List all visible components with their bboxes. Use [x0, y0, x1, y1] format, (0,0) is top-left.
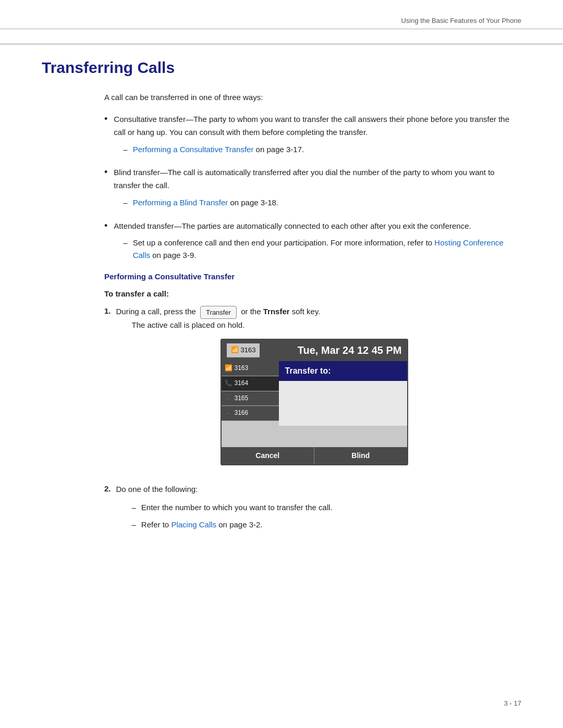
bullet-1-content: Consultative transfer—The party to whom …	[114, 115, 509, 137]
step2-refer-after: on page 3-2.	[216, 520, 262, 529]
phone-body: 📶 3163 📞 3164 📞 3165	[222, 361, 407, 447]
sub-dash-2: –	[123, 196, 127, 209]
sub-bullet-item-1: – Performing a Consultative Transfer on …	[123, 143, 521, 156]
placing-calls-link[interactable]: Placing Calls	[171, 520, 216, 529]
section-heading: Performing a Consultative Transfer	[104, 272, 521, 281]
phone-date: Tue, Mar 24 12 45 PM	[298, 342, 402, 359]
phone-line-1b: 📶 3163	[222, 361, 279, 376]
phone-right-panel: Transfer to:	[279, 361, 407, 447]
to-transfer-label: To transfer a call:	[104, 289, 521, 298]
phone-screen: 📶 3163 Tue, Mar 24 12 45 PM 📶	[221, 339, 408, 465]
step-2-text: Do one of the following: – Enter the num…	[116, 483, 521, 535]
phone-line-3: 📞 3165	[222, 391, 279, 406]
bullet-3-content: Attended transfer—The parties are automa…	[114, 221, 471, 230]
phone-transfer-panel: Transfer to:	[279, 361, 407, 381]
step-1: 1. During a call, press the Transfer or …	[104, 305, 521, 476]
step2-dash-1: –	[132, 501, 136, 514]
line-icon-1: 📶	[231, 345, 239, 355]
phone-lines-col: 📶 3163	[227, 343, 260, 357]
phone-bottom-bar: Cancel Blind	[222, 447, 407, 464]
page-number: 3 - 17	[504, 699, 521, 707]
line-number-1: 3163	[241, 344, 256, 355]
sub-text-3-plain: Set up a conference call and then end yo…	[133, 238, 435, 247]
transfer-button-image: Transfer	[200, 306, 237, 319]
trnsfer-bold: Trnsfer	[263, 307, 290, 316]
phone-line-2: 📞 3164	[222, 376, 279, 391]
blind-transfer-link[interactable]: Performing a Blind Transfer	[133, 198, 228, 207]
bullet-text-1: Consultative transfer—The party to whom …	[114, 113, 521, 159]
bullet-item-1: • Consultative transfer—The party to who…	[104, 113, 521, 159]
intro-text: A call can be transferred in one of thre…	[104, 91, 521, 104]
phone-line-1: 📶 3163	[227, 343, 260, 357]
step-2-list: – Enter the number to which you want to …	[132, 501, 521, 532]
phone-cancel-key[interactable]: Cancel	[222, 447, 315, 464]
step2-sub-2: – Refer to Placing Calls on page 3-2.	[132, 519, 521, 532]
phone-blind-key[interactable]: Blind	[314, 447, 407, 464]
bullet-text-3: Attended transfer—The parties are automa…	[114, 220, 521, 265]
sub-dash-1: –	[123, 143, 127, 156]
sub-bullet-3: – Set up a conference call and then end …	[123, 237, 521, 262]
step2-refer-before: Refer to	[141, 520, 172, 529]
step2-sub-text-1: Enter the number to which you want to tr…	[141, 501, 333, 514]
line4-icon: 📞	[225, 408, 232, 418]
bullet-text-2: Blind transfer—The call is automatically…	[114, 166, 521, 212]
phone-lines-list: 📶 3163 📞 3164 📞 3165	[222, 361, 279, 447]
step-2: 2. Do one of the following: – Enter the …	[104, 483, 521, 535]
bullet-item-2: • Blind transfer—The call is automatical…	[104, 166, 521, 212]
sub-text-3: Set up a conference call and then end yo…	[133, 237, 521, 262]
phone-top-bar: 📶 3163 Tue, Mar 24 12 45 PM	[222, 340, 407, 361]
page-header: Using the Basic Features of Your Phone	[0, 0, 563, 29]
bullet-dot-1: •	[104, 114, 107, 125]
bullet-dot-3: •	[104, 220, 107, 231]
bullet-dot-2: •	[104, 167, 107, 178]
bullet-item-3: • Attended transfer—The parties are auto…	[104, 220, 521, 265]
line1-icon: 📶	[225, 363, 232, 374]
main-bullet-list: • Consultative transfer—The party to who…	[104, 113, 521, 265]
on-hold-text: The active call is placed on hold.	[132, 319, 521, 331]
page-content: Transferring Calls A call can be transfe…	[0, 59, 563, 574]
phone-input-area	[279, 381, 407, 426]
sub-bullet-1: – Performing a Consultative Transfer on …	[123, 143, 521, 156]
separator	[0, 44, 563, 44]
phone-line-4: 📞 3166	[222, 406, 279, 421]
bullet-2-content: Blind transfer—The call is automatically…	[114, 168, 494, 190]
step2-sub-1: – Enter the number to which you want to …	[132, 501, 521, 514]
line3-icon: 📞	[225, 393, 232, 404]
sub-text-2: Performing a Blind Transfer on page 3-18…	[133, 196, 278, 209]
step-1-number: 1.	[104, 306, 111, 315]
line2-icon: 📞	[225, 378, 232, 389]
consultative-transfer-link[interactable]: Performing a Consultative Transfer	[133, 145, 254, 154]
step-2-content: Do one of the following:	[116, 485, 198, 493]
step-1-after: or the	[241, 307, 263, 316]
step-1-text: During a call, press the Transfer or the…	[116, 305, 521, 476]
step2-sub-text-2: Refer to Placing Calls on page 3-2.	[141, 519, 263, 532]
step-2-number: 2.	[104, 484, 111, 493]
sub-bullet-2: – Performing a Blind Transfer on page 3-…	[123, 196, 521, 209]
sub-text-1: Performing a Consultative Transfer on pa…	[133, 143, 304, 156]
phone-empty-lines	[222, 421, 279, 447]
transfer-to-label: Transfer to:	[285, 366, 331, 375]
phone-screen-container: 📶 3163 Tue, Mar 24 12 45 PM 📶	[221, 339, 521, 465]
step-1-end: soft key.	[290, 307, 321, 316]
sub-bullet-item-3: – Set up a conference call and then end …	[123, 237, 521, 262]
page-title: Transferring Calls	[42, 59, 521, 77]
sub-dash-3: –	[123, 237, 127, 250]
sub-text-2-rest: on page 3-18.	[228, 198, 278, 207]
header-text: Using the Basic Features of Your Phone	[401, 17, 521, 24]
steps-container: 1. During a call, press the Transfer or …	[104, 305, 521, 535]
step2-dash-2: –	[132, 519, 136, 532]
step-1-before: During a call, press the	[116, 307, 196, 316]
sub-text-3-rest: on page 3-9.	[150, 251, 196, 260]
sub-text-1-rest: on page 3-17.	[253, 145, 304, 154]
sub-bullet-item-2: – Performing a Blind Transfer on page 3-…	[123, 196, 521, 209]
